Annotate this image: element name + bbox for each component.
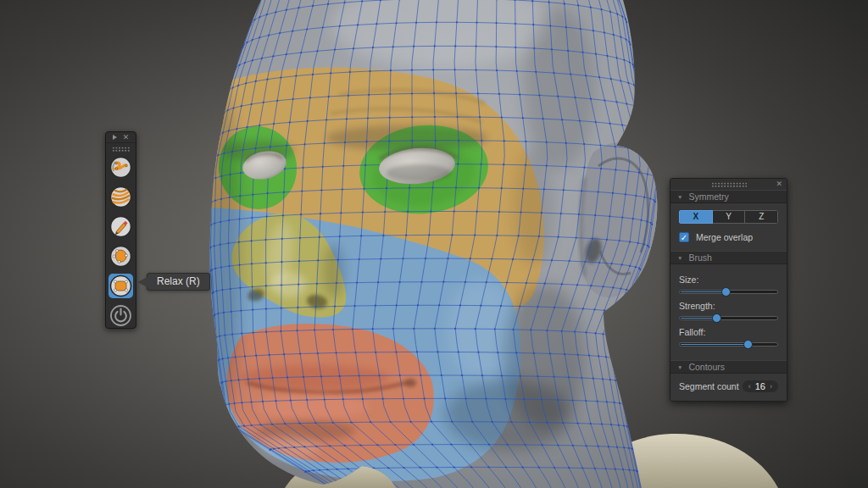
stepper-next-icon[interactable]: › <box>770 382 772 391</box>
merge-overlap-checkbox[interactable]: ✓ <box>679 232 689 242</box>
options-panel: ✕ ▼ Symmetry X Y Z ✓ Merge overlap ▼ Bru… <box>670 178 787 402</box>
drag-handle[interactable] <box>112 147 131 152</box>
options-panel-titlebar[interactable]: ✕ <box>670 179 787 190</box>
tweak-icon <box>109 245 132 268</box>
slider-thumb[interactable] <box>743 340 753 349</box>
section-header-contours[interactable]: ▼ Contours <box>670 360 787 374</box>
falloff-slider[interactable] <box>679 340 778 350</box>
segment-count-label: Segment count <box>679 381 739 391</box>
merge-overlap-label: Merge overlap <box>696 232 753 242</box>
section-title: Brush <box>688 252 711 263</box>
falloff-label: Falloff: <box>679 327 778 337</box>
slider-thumb[interactable] <box>712 313 721 323</box>
pen-icon <box>109 215 132 238</box>
chevron-down-icon: ▼ <box>677 194 682 200</box>
tool-palette-titlebar[interactable]: ✕ <box>106 132 136 143</box>
viewport[interactable]: ✕ <box>0 0 868 488</box>
axis-y-button[interactable]: Y <box>713 210 746 224</box>
segment-count-stepper: ‹ 16 › <box>743 380 778 392</box>
relax-tool-button[interactable] <box>108 274 133 298</box>
close-icon[interactable]: ✕ <box>123 134 130 141</box>
pen-tool-button[interactable] <box>108 214 133 239</box>
axis-z-button[interactable]: Z <box>745 210 778 224</box>
slider-thumb[interactable] <box>721 287 731 297</box>
drag-handle[interactable] <box>711 182 747 187</box>
contours-icon <box>109 186 132 208</box>
section-header-brush[interactable]: ▼ Brush <box>670 251 787 264</box>
close-icon[interactable]: ✕ <box>776 180 782 188</box>
section-title: Symmetry <box>688 191 728 202</box>
strips-tool-button[interactable] <box>108 155 133 180</box>
tweak-tool-button[interactable] <box>108 244 133 269</box>
chevron-down-icon: ▼ <box>677 364 682 370</box>
strength-slider[interactable] <box>679 313 778 324</box>
strips-icon <box>109 156 132 179</box>
collapse-arrow-icon[interactable] <box>113 135 117 140</box>
relax-icon <box>109 274 132 297</box>
disable-tool-button[interactable] <box>108 303 133 328</box>
stepper-prev-icon[interactable]: ‹ <box>748 382 751 391</box>
axis-x-button[interactable]: X <box>679 210 713 224</box>
chevron-down-icon: ▼ <box>677 255 682 261</box>
section-title: Contours <box>688 362 725 372</box>
power-icon <box>109 304 132 327</box>
strength-label: Strength: <box>679 301 778 311</box>
head-mesh <box>186 0 678 488</box>
symmetry-axis-buttons: X Y Z <box>679 210 778 224</box>
size-label: Size: <box>679 274 778 285</box>
contours-tool-button[interactable] <box>108 185 133 209</box>
segment-count-value[interactable]: 16 <box>755 381 765 391</box>
tooltip: Relax (R) <box>147 273 210 291</box>
tool-palette: ✕ <box>105 131 136 329</box>
section-header-symmetry[interactable]: ▼ Symmetry <box>670 190 787 203</box>
size-slider[interactable] <box>679 287 778 297</box>
